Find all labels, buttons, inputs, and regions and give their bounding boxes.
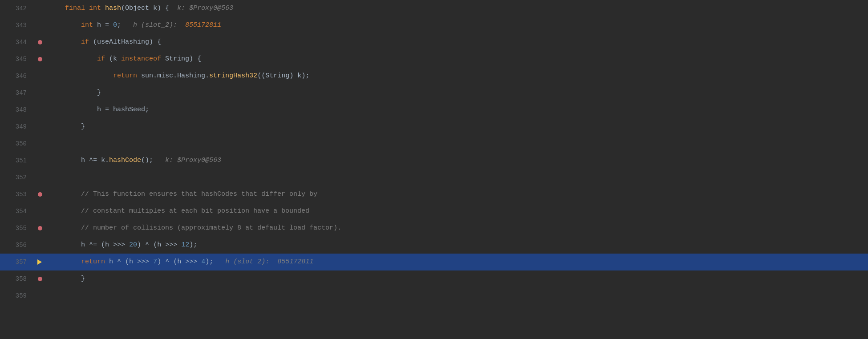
breakpoint-dot [38,40,42,44]
code-content: } [45,85,868,101]
breakpoint-dot [38,192,42,197]
code-content: if (useAltHashing) { [45,34,868,51]
line-number: 349 [0,118,36,135]
line-number: 345 [0,51,36,68]
line-number: 342 [0,0,36,17]
code-line: 354 // constant multiples at each bit po… [0,203,868,220]
code-editor: 342 final int hash(Object k) { k: $Proxy… [0,0,868,339]
code-line: 348 h = hashSeed; [0,101,868,118]
code-content: h = hashSeed; [45,101,868,118]
line-number: 356 [0,237,36,254]
code-line: 344 if (useAltHashing) { [0,34,868,51]
code-content: return h ^ (h >>> 7) ^ (h >>> 4); h (slo… [45,254,868,270]
code-content: int h = 0; h (slot_2): 855172811 [45,17,868,34]
breakpoint-dot [38,277,42,281]
code-line: 346 return sun.misc.Hashing.stringHash32… [0,68,868,85]
code-content: if (k instanceof String) { [45,51,868,68]
code-content: // number of collisions (approximately 8… [45,220,868,237]
breakpoint-dot [38,57,42,61]
code-line: 347 } [0,85,868,101]
line-number: 354 [0,203,36,220]
breakpoint-area[interactable] [36,226,45,230]
code-content: } [45,118,868,135]
line-number: 343 [0,17,36,34]
code-line: 351 h ^= k.hashCode(); k: $Proxy0@563 [0,152,868,169]
breakpoint-area[interactable] [36,259,45,265]
line-number: 346 [0,68,36,85]
code-line: 343 int h = 0; h (slot_2): 855172811 [0,17,868,34]
code-content: h ^= (h >>> 20) ^ (h >>> 12); [45,237,868,254]
breakpoint-area[interactable] [36,57,45,61]
code-line: 353 // This function ensures that hashCo… [0,186,868,203]
code-line: 349 } [0,118,868,135]
code-line: 352 [0,169,868,186]
line-number: 357 [0,254,36,270]
line-number: 359 [0,287,36,304]
breakpoint-area[interactable] [36,40,45,44]
line-number: 351 [0,152,36,169]
code-line: 342 final int hash(Object k) { k: $Proxy… [0,0,868,17]
line-number: 344 [0,34,36,51]
code-content: } [45,270,868,287]
code-line: 345 if (k instanceof String) { [0,51,868,68]
line-number: 348 [0,101,36,118]
line-number: 358 [0,270,36,287]
code-content: // constant multiples at each bit positi… [45,203,868,220]
code-content: final int hash(Object k) { k: $Proxy0@56… [45,0,868,17]
line-number: 353 [0,186,36,203]
code-line: 350 [0,135,868,152]
breakpoint-dot [38,226,42,230]
breakpoint-area[interactable] [36,192,45,197]
execution-arrow-icon [37,259,43,265]
line-number: 355 [0,220,36,237]
line-number: 350 [0,135,36,152]
code-content: // This function ensures that hashCodes … [45,186,868,203]
code-line: 359 [0,287,868,304]
code-line: 358 } [0,270,868,287]
code-line: 356 h ^= (h >>> 20) ^ (h >>> 12); [0,237,868,254]
code-line: 357 return h ^ (h >>> 7) ^ (h >>> 4); h … [0,254,868,270]
line-number: 352 [0,169,36,186]
breakpoint-area[interactable] [36,277,45,281]
code-content: h ^= k.hashCode(); k: $Proxy0@563 [45,152,868,169]
line-number: 347 [0,85,36,101]
code-line: 355 // number of collisions (approximate… [0,220,868,237]
code-content: return sun.misc.Hashing.stringHash32((St… [45,68,868,85]
